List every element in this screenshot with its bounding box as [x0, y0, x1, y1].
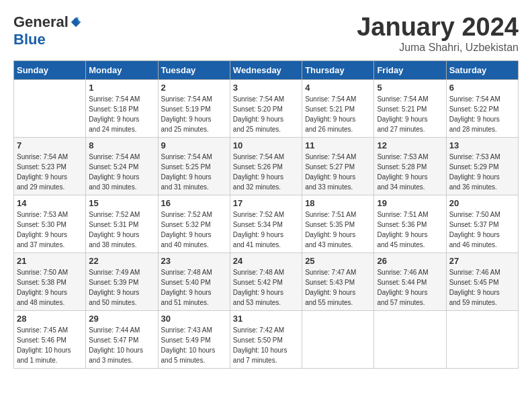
day-number: 16	[161, 198, 227, 208]
calendar-container: General Blue January 2024 Juma Shahri, U…	[0, 0, 532, 375]
day-number: 6	[449, 83, 515, 93]
calendar-cell: 10Sunrise: 7:54 AMSunset: 5:26 PMDayligh…	[230, 137, 302, 195]
day-info: Sunrise: 7:53 AMSunset: 5:28 PMDaylight:…	[377, 152, 443, 192]
day-info: Sunrise: 7:51 AMSunset: 5:36 PMDaylight:…	[377, 210, 443, 250]
col-saturday: Saturday	[446, 60, 518, 79]
day-number: 15	[89, 198, 154, 208]
calendar-cell: 5Sunrise: 7:54 AMSunset: 5:21 PMDaylight…	[374, 79, 446, 137]
location-subtitle: Juma Shahri, Uzbekistan	[357, 42, 519, 54]
calendar-cell: 3Sunrise: 7:54 AMSunset: 5:20 PMDaylight…	[230, 79, 302, 137]
calendar-cell: 27Sunrise: 7:46 AMSunset: 5:45 PMDayligh…	[446, 253, 518, 310]
day-number: 2	[161, 83, 227, 93]
calendar-cell: 18Sunrise: 7:51 AMSunset: 5:35 PMDayligh…	[302, 195, 374, 253]
day-info: Sunrise: 7:54 AMSunset: 5:25 PMDaylight:…	[161, 152, 227, 192]
day-number: 20	[449, 198, 515, 208]
day-number: 7	[17, 140, 83, 150]
day-number: 10	[233, 140, 299, 150]
calendar-cell: 29Sunrise: 7:44 AMSunset: 5:47 PMDayligh…	[86, 310, 158, 368]
day-info: Sunrise: 7:54 AMSunset: 5:21 PMDaylight:…	[377, 94, 443, 134]
title-block: January 2024 Juma Shahri, Uzbekistan	[357, 13, 519, 54]
day-info: Sunrise: 7:52 AMSunset: 5:32 PMDaylight:…	[161, 210, 227, 250]
calendar-cell: 1Sunrise: 7:54 AMSunset: 5:18 PMDaylight…	[86, 79, 158, 137]
day-number: 29	[89, 314, 154, 324]
calendar-cell: 9Sunrise: 7:54 AMSunset: 5:25 PMDaylight…	[158, 137, 230, 195]
calendar-cell: 22Sunrise: 7:49 AMSunset: 5:39 PMDayligh…	[86, 253, 158, 310]
day-info: Sunrise: 7:50 AMSunset: 5:37 PMDaylight:…	[449, 210, 515, 250]
header: General Blue January 2024 Juma Shahri, U…	[13, 13, 519, 54]
day-number: 11	[305, 140, 371, 150]
month-title: January 2024	[357, 13, 519, 42]
day-info: Sunrise: 7:54 AMSunset: 5:18 PMDaylight:…	[89, 94, 154, 134]
day-number: 4	[305, 83, 371, 93]
day-number: 14	[17, 198, 83, 208]
day-number: 1	[89, 83, 154, 93]
calendar-cell: 4Sunrise: 7:54 AMSunset: 5:21 PMDaylight…	[302, 79, 374, 137]
calendar-week-5: 28Sunrise: 7:45 AMSunset: 5:46 PMDayligh…	[14, 310, 519, 368]
day-number: 18	[305, 198, 371, 208]
day-info: Sunrise: 7:49 AMSunset: 5:39 PMDaylight:…	[89, 267, 154, 308]
day-number: 8	[89, 140, 154, 150]
col-tuesday: Tuesday	[158, 60, 230, 79]
day-info: Sunrise: 7:54 AMSunset: 5:23 PMDaylight:…	[17, 152, 83, 192]
calendar-cell: 17Sunrise: 7:52 AMSunset: 5:34 PMDayligh…	[230, 195, 302, 253]
logo-icon	[70, 16, 82, 28]
day-number: 30	[161, 314, 227, 324]
day-number: 26	[377, 256, 443, 266]
day-info: Sunrise: 7:46 AMSunset: 5:45 PMDaylight:…	[449, 267, 515, 308]
calendar-week-3: 14Sunrise: 7:53 AMSunset: 5:30 PMDayligh…	[14, 195, 519, 253]
calendar-cell: 25Sunrise: 7:47 AMSunset: 5:43 PMDayligh…	[302, 253, 374, 310]
calendar-cell: 26Sunrise: 7:46 AMSunset: 5:44 PMDayligh…	[374, 253, 446, 310]
day-number: 9	[161, 140, 227, 150]
calendar-table: Sunday Monday Tuesday Wednesday Thursday…	[13, 60, 519, 369]
day-number: 12	[377, 140, 443, 150]
logo-text: General	[13, 13, 82, 31]
day-info: Sunrise: 7:54 AMSunset: 5:21 PMDaylight:…	[305, 94, 371, 134]
calendar-cell: 31Sunrise: 7:42 AMSunset: 5:50 PMDayligh…	[230, 310, 302, 368]
day-info: Sunrise: 7:48 AMSunset: 5:40 PMDaylight:…	[161, 267, 227, 308]
calendar-week-1: 1Sunrise: 7:54 AMSunset: 5:18 PMDaylight…	[14, 79, 519, 137]
day-number: 17	[233, 198, 299, 208]
day-info: Sunrise: 7:50 AMSunset: 5:38 PMDaylight:…	[17, 267, 83, 308]
day-number: 22	[89, 256, 154, 266]
calendar-cell: 6Sunrise: 7:54 AMSunset: 5:22 PMDaylight…	[446, 79, 518, 137]
calendar-week-4: 21Sunrise: 7:50 AMSunset: 5:38 PMDayligh…	[14, 253, 519, 310]
calendar-cell: 15Sunrise: 7:52 AMSunset: 5:31 PMDayligh…	[86, 195, 158, 253]
day-info: Sunrise: 7:51 AMSunset: 5:35 PMDaylight:…	[305, 210, 371, 250]
day-info: Sunrise: 7:42 AMSunset: 5:50 PMDaylight:…	[233, 325, 299, 365]
day-number: 13	[449, 140, 515, 150]
logo-blue-text: Blue	[13, 31, 46, 48]
day-number: 25	[305, 256, 371, 266]
day-number: 3	[233, 83, 299, 93]
day-info: Sunrise: 7:44 AMSunset: 5:47 PMDaylight:…	[89, 325, 154, 365]
day-info: Sunrise: 7:45 AMSunset: 5:46 PMDaylight:…	[17, 325, 83, 365]
calendar-cell	[446, 310, 518, 368]
day-info: Sunrise: 7:53 AMSunset: 5:29 PMDaylight:…	[449, 152, 515, 192]
day-number: 31	[233, 314, 299, 324]
day-info: Sunrise: 7:52 AMSunset: 5:34 PMDaylight:…	[233, 210, 299, 250]
calendar-cell: 8Sunrise: 7:54 AMSunset: 5:24 PMDaylight…	[86, 137, 158, 195]
day-number: 27	[449, 256, 515, 266]
calendar-cell	[374, 310, 446, 368]
day-info: Sunrise: 7:54 AMSunset: 5:26 PMDaylight:…	[233, 152, 299, 192]
day-info: Sunrise: 7:43 AMSunset: 5:49 PMDaylight:…	[161, 325, 227, 365]
logo-general: General	[13, 13, 69, 31]
calendar-cell: 23Sunrise: 7:48 AMSunset: 5:40 PMDayligh…	[158, 253, 230, 310]
calendar-cell: 16Sunrise: 7:52 AMSunset: 5:32 PMDayligh…	[158, 195, 230, 253]
day-info: Sunrise: 7:46 AMSunset: 5:44 PMDaylight:…	[377, 267, 443, 308]
col-wednesday: Wednesday	[230, 60, 302, 79]
calendar-cell: 2Sunrise: 7:54 AMSunset: 5:19 PMDaylight…	[158, 79, 230, 137]
day-info: Sunrise: 7:54 AMSunset: 5:22 PMDaylight:…	[449, 94, 515, 134]
day-info: Sunrise: 7:47 AMSunset: 5:43 PMDaylight:…	[305, 267, 371, 308]
day-info: Sunrise: 7:48 AMSunset: 5:42 PMDaylight:…	[233, 267, 299, 308]
col-thursday: Thursday	[302, 60, 374, 79]
calendar-cell: 21Sunrise: 7:50 AMSunset: 5:38 PMDayligh…	[14, 253, 86, 310]
day-number: 5	[377, 83, 443, 93]
calendar-cell: 28Sunrise: 7:45 AMSunset: 5:46 PMDayligh…	[14, 310, 86, 368]
calendar-cell: 30Sunrise: 7:43 AMSunset: 5:49 PMDayligh…	[158, 310, 230, 368]
calendar-cell: 19Sunrise: 7:51 AMSunset: 5:36 PMDayligh…	[374, 195, 446, 253]
day-number: 21	[17, 256, 83, 266]
calendar-cell: 11Sunrise: 7:54 AMSunset: 5:27 PMDayligh…	[302, 137, 374, 195]
calendar-cell	[14, 79, 86, 137]
day-info: Sunrise: 7:54 AMSunset: 5:24 PMDaylight:…	[89, 152, 154, 192]
day-info: Sunrise: 7:54 AMSunset: 5:27 PMDaylight:…	[305, 152, 371, 192]
